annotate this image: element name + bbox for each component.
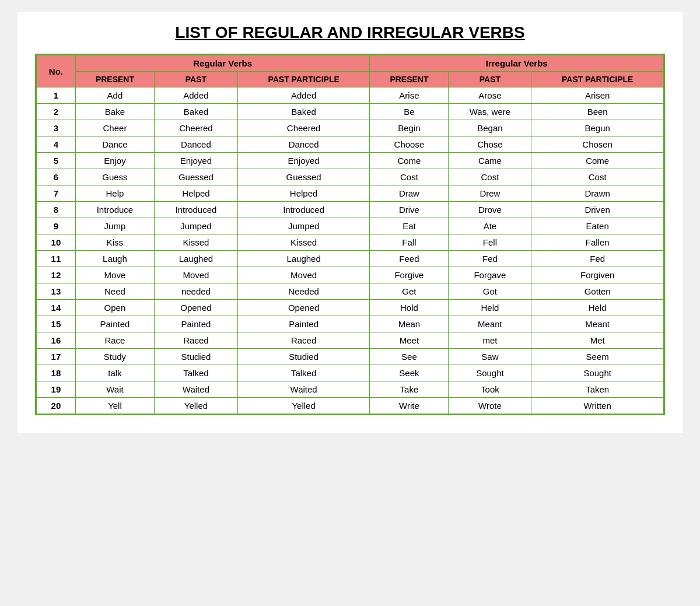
- table-row: 16RaceRacedRacedMeetmetMet: [37, 332, 664, 349]
- reg-pp: Kissed: [237, 234, 370, 251]
- irr-pp: Chosen: [531, 136, 664, 153]
- reg-pp: Raced: [237, 332, 370, 349]
- table-row: 10KissKissedKissedFallFellFallen: [37, 234, 664, 251]
- reg-present: Cheer: [75, 120, 154, 136]
- reg-pp: Opened: [237, 300, 370, 316]
- reg-present: Dance: [75, 136, 154, 153]
- table-row: 5EnjoyEnjoyedEnjoyedComeCameCome: [37, 153, 664, 169]
- reg-present: Painted: [75, 316, 154, 332]
- irr-present: Choose: [370, 136, 449, 153]
- irr-pp-header: PAST PARTICIPLE: [531, 72, 664, 87]
- irr-past: Held: [449, 300, 531, 316]
- reg-present: Race: [75, 332, 154, 349]
- table-row: 15PaintedPaintedPaintedMeanMeantMeant: [37, 316, 664, 332]
- reg-pp: Introduced: [237, 202, 370, 218]
- row-no: 13: [37, 283, 76, 300]
- irr-pp: Sought: [531, 365, 664, 381]
- row-no: 11: [37, 251, 76, 267]
- reg-past: Introduced: [155, 202, 238, 218]
- irr-past: Fed: [449, 251, 531, 267]
- reg-past: Danced: [155, 136, 238, 153]
- table-row: 19WaitWaitedWaitedTakeTookTaken: [37, 381, 664, 398]
- row-no: 6: [37, 169, 76, 185]
- reg-present: Kiss: [75, 234, 154, 251]
- row-no: 16: [37, 332, 76, 349]
- row-no: 4: [37, 136, 76, 153]
- reg-past: Helped: [155, 185, 238, 202]
- irr-pp: Cost: [531, 169, 664, 185]
- irr-past: Took: [449, 381, 531, 398]
- table-row: 12MoveMovedMovedForgiveForgaveForgiven: [37, 267, 664, 283]
- reg-pp: Waited: [237, 381, 370, 398]
- reg-pp: Painted: [237, 316, 370, 332]
- reg-past: Opened: [155, 300, 238, 316]
- irr-past: Forgave: [449, 267, 531, 283]
- table-row: 4DanceDancedDancedChooseChoseChosen: [37, 136, 664, 153]
- row-no: 19: [37, 381, 76, 398]
- irr-present: Write: [370, 398, 449, 414]
- row-no: 3: [37, 120, 76, 136]
- reg-pp: Guessed: [237, 169, 370, 185]
- reg-pp: Studied: [237, 349, 370, 365]
- irr-present: Draw: [370, 185, 449, 202]
- irr-past: Fell: [449, 234, 531, 251]
- row-no: 14: [37, 300, 76, 316]
- irr-past: Drew: [449, 185, 531, 202]
- reg-present: Yell: [75, 398, 154, 414]
- row-no: 7: [37, 185, 76, 202]
- irr-past: Cost: [449, 169, 531, 185]
- irr-past: Was, were: [449, 104, 531, 120]
- irr-past: Wrote: [449, 398, 531, 414]
- irr-pp: Taken: [531, 381, 664, 398]
- reg-pp: Moved: [237, 267, 370, 283]
- reg-present: Guess: [75, 169, 154, 185]
- irr-past: Meant: [449, 316, 531, 332]
- table-row: 1AddAddedAddedAriseAroseArisen: [37, 87, 664, 104]
- reg-past: Jumped: [155, 218, 238, 234]
- irr-present: Fall: [370, 234, 449, 251]
- irr-present: Get: [370, 283, 449, 300]
- irr-pp: Been: [531, 104, 664, 120]
- reg-pp: Yelled: [237, 398, 370, 414]
- reg-present: Add: [75, 87, 154, 104]
- irr-past: Began: [449, 120, 531, 136]
- reg-pp: Added: [237, 87, 370, 104]
- reg-pp: Talked: [237, 365, 370, 381]
- irr-present: Take: [370, 381, 449, 398]
- row-no: 1: [37, 87, 76, 104]
- reg-past: Waited: [155, 381, 238, 398]
- irr-present: Cost: [370, 169, 449, 185]
- irr-past: Got: [449, 283, 531, 300]
- reg-pp: Baked: [237, 104, 370, 120]
- reg-pp: Needed: [237, 283, 370, 300]
- irr-pp: Fallen: [531, 234, 664, 251]
- irr-past: Sought: [449, 365, 531, 381]
- regular-verbs-header: Regular Verbs: [75, 55, 369, 72]
- irr-pp: Eaten: [531, 218, 664, 234]
- table-row: 2BakeBakedBakedBeWas, wereBeen: [37, 104, 664, 120]
- reg-past: Raced: [155, 332, 238, 349]
- table-row: 20YellYelledYelledWriteWroteWritten: [37, 398, 664, 414]
- irr-pp: Seem: [531, 349, 664, 365]
- irr-present: Forgive: [370, 267, 449, 283]
- reg-pp: Laughed: [237, 251, 370, 267]
- irr-present-header: PRESENT: [370, 72, 449, 87]
- row-no: 17: [37, 349, 76, 365]
- irr-present: Eat: [370, 218, 449, 234]
- row-no: 2: [37, 104, 76, 120]
- irr-present: Drive: [370, 202, 449, 218]
- irr-pp: Fed: [531, 251, 664, 267]
- reg-past: Laughed: [155, 251, 238, 267]
- irr-present: Feed: [370, 251, 449, 267]
- table-row: 17StudyStudiedStudiedSeeSawSeem: [37, 349, 664, 365]
- row-no: 12: [37, 267, 76, 283]
- irr-present: Mean: [370, 316, 449, 332]
- irr-present: Be: [370, 104, 449, 120]
- irr-pp: Meant: [531, 316, 664, 332]
- reg-past: Painted: [155, 316, 238, 332]
- irr-pp: Gotten: [531, 283, 664, 300]
- irr-past-header: PAST: [449, 72, 531, 87]
- page-title: LIST OF REGULAR AND IRREGULAR VERBS: [35, 23, 665, 42]
- reg-present: Jump: [75, 218, 154, 234]
- table-wrapper: No. Regular Verbs Irregular Verbs PRESEN…: [35, 54, 665, 415]
